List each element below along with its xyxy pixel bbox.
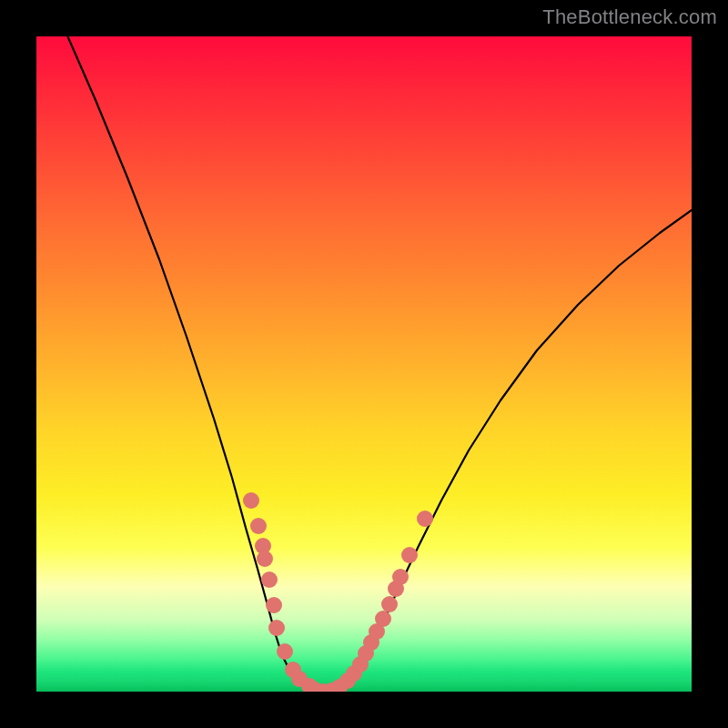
scatter-dot [261,571,278,588]
scatter-dot [266,597,282,613]
plot-area [36,36,692,692]
scatter-dot [392,569,409,585]
scatter-dot [250,518,267,534]
watermark-text: TheBottleneck.com [542,5,717,29]
scatter-dot [277,643,293,660]
scatter-dot [375,611,391,627]
bottleneck-curve [36,36,692,691]
chart-svg [36,36,692,692]
scatter-dot [381,596,398,612]
scatter-dots [243,492,433,692]
scatter-dot [401,547,418,563]
scatter-dot [417,511,433,527]
scatter-dot [243,492,259,509]
chart-stage: TheBottleneck.com [0,0,728,728]
scatter-dot [268,620,285,636]
scatter-dot [257,551,273,567]
